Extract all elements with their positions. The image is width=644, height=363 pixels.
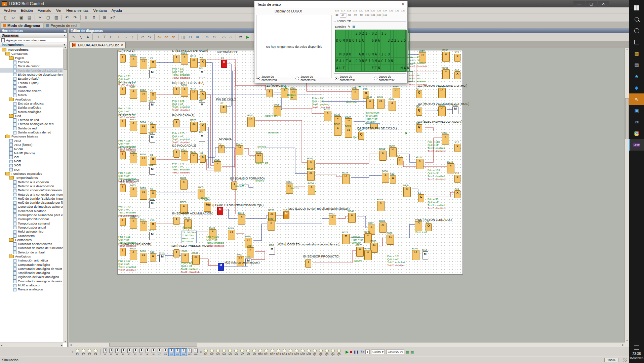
spotify-icon[interactable]: ∿ (629, 93, 644, 105)
tree-item-tecla-de-funcio-n-del-logo-td[interactable]: Tecla de función del LOGO! TD (0, 68, 67, 72)
tree-item-analo-gicos[interactable]: Analógicos (0, 254, 67, 258)
block-b016[interactable]: B016≥1 (140, 156, 147, 166)
parameter-note[interactable]: Prio = 109Quit = offText1: enabledText2:… (428, 169, 445, 181)
tree-item-temporizador-semanal[interactable]: Temporizador semanal (0, 221, 67, 225)
block-b029[interactable]: B029≥1 (342, 174, 350, 184)
block[interactable]: I (120, 248, 126, 256)
block-number-cell[interactable]: 48 (346, 13, 352, 17)
block-x14[interactable]: X14X (454, 71, 460, 79)
block-b053[interactable]: B053≥1 (140, 190, 147, 200)
parameter-note[interactable]: Prio = 118Quit = offText1: enabledText2:… (118, 139, 136, 151)
block[interactable]: I (120, 54, 126, 63)
block-number-cell[interactable]: 126 (394, 9, 400, 13)
block-number-cell[interactable]: 116 (334, 9, 340, 13)
convert-button[interactable]: ⇄ (237, 34, 244, 40)
block-number-cell[interactable]: 118 (346, 9, 352, 13)
diagram-label[interactable]: Q4 (PISTÓN FIN DE CICLO.) (357, 127, 397, 130)
parameter-note[interactable]: Prio = 126Quit = offText1: enabledText2:… (172, 99, 190, 112)
tree-item-interruptor-bifuncional[interactable]: Interruptor bifuncional (0, 217, 67, 221)
parameter-note[interactable]: Prio = 123Quit = offText1: enabledText2:… (118, 205, 136, 217)
maximize-button[interactable]: ▢ (586, 1, 597, 7)
menu-ayuda[interactable]: Ayuda (109, 8, 124, 12)
block-b004[interactable]: B004& (181, 54, 188, 65)
constants-button[interactable]: Co (156, 34, 163, 40)
zoom-out-button[interactable]: ⊖ (211, 34, 217, 40)
sim-input-i7[interactable]: I7 (138, 349, 144, 356)
tree-item-or[interactable]: OR (0, 155, 67, 159)
tree-item-rampa-analo-gica[interactable]: Rampa analógica (0, 287, 67, 291)
block-b011[interactable]: B011& (130, 89, 137, 99)
block-b043[interactable]: B043≥1 (307, 171, 315, 181)
cut-button[interactable]: ✂ (36, 14, 44, 21)
parameter-note[interactable]: B076/4 (257, 145, 266, 148)
block-b072[interactable]: B072& (447, 163, 454, 173)
block-number-cell[interactable]: 119 (352, 9, 358, 13)
diagram-label[interactable]: I16 (FALLO PRESIÓN AGUA) (171, 244, 212, 247)
block-number-cell[interactable]: 121 (364, 9, 370, 13)
block-b010[interactable]: B010≥1 (140, 59, 147, 69)
tree-item-salida-analo-gica-de-red[interactable]: Salida analógica de red (0, 130, 67, 134)
block-b085[interactable]: B085≥1 (377, 99, 385, 109)
dropbox-icon[interactable]: ◆ (629, 82, 644, 93)
tree-hscrollbar[interactable]: ◀▶ (0, 342, 63, 347)
file-explorer-icon[interactable]: ▨ (629, 48, 644, 59)
block-m3[interactable]: M3M (149, 134, 155, 143)
tree-item-comparador-analo-gico[interactable]: Comparador analógico (0, 263, 67, 267)
block-b019[interactable]: B019≥1 (190, 90, 198, 100)
radio-charset-4[interactable]: Juego de caracteres2 (374, 75, 406, 82)
block-f3[interactable]: F3F (218, 145, 225, 153)
sim-input-i1[interactable]: I1 (102, 349, 108, 356)
parameter-note[interactable]: B031/4 (201, 196, 209, 199)
tree-item-generador-de-impulsos-asi-ncrono[interactable]: Generador de impulsos asíncrono (0, 205, 67, 209)
block-b005[interactable]: B005& (180, 179, 188, 190)
block[interactable]: I (173, 217, 179, 225)
block-b058[interactable]: B058& (442, 52, 450, 62)
close-icon[interactable]: ✕ (401, 2, 405, 7)
redo-button[interactable]: ↷ (71, 14, 79, 21)
tree-item-marca[interactable]: Marca (0, 93, 67, 97)
select-tool[interactable]: ↖ (70, 34, 77, 40)
parameter-note[interactable]: Rem = off (256, 161, 268, 164)
tree-item-mux-analo-gico[interactable]: MUX analógico (0, 283, 67, 287)
sim-input-i2[interactable]: I2 (108, 349, 114, 356)
redo-button[interactable]: ↷ (146, 34, 153, 40)
block[interactable]: I (173, 87, 179, 95)
block-b018[interactable]: B018≥1 (190, 58, 198, 68)
parameter-note[interactable]: Prio = 49Quit = offText1: enabledText2: … (312, 97, 330, 109)
block-b025[interactable]: B025≥1 (247, 117, 255, 127)
download-to-logo-button[interactable]: ⇓ (82, 14, 90, 21)
block-b020[interactable]: B020≥1 (190, 122, 198, 132)
block[interactable]: I (120, 119, 126, 127)
tree-item-tecla-de-cursor[interactable]: Tecla de cursor (0, 64, 67, 68)
align-bottom-button[interactable]: ⊥ (115, 34, 122, 40)
parameter-note[interactable]: Prio = 120Quit = offText1: enabledText2:… (118, 171, 136, 184)
tree-scrollbar[interactable]: ▲ ▼ (63, 46, 67, 343)
basic-functions-button[interactable]: GF (163, 34, 170, 40)
tab-proyecto-de-red[interactable]: Proyecto de red (44, 23, 80, 28)
block-b080[interactable]: B080≥1 (387, 235, 394, 245)
block-number-cell[interactable]: 123 (376, 9, 382, 13)
sim-marker-m4[interactable]: M4 (221, 349, 227, 355)
page-layout-button[interactable]: ▭ (220, 34, 227, 40)
message-list[interactable]: No hay ningún texto de aviso disponible (256, 15, 332, 78)
edge-icon[interactable]: e (629, 71, 644, 82)
open-file-button[interactable]: ▱ (9, 14, 17, 21)
data-table-icon[interactable]: ▦ (406, 350, 409, 354)
block-b061[interactable]: B061& (442, 69, 450, 79)
sim-marker-m5[interactable]: M5 (227, 349, 233, 355)
block-b065[interactable]: B065≥1 (228, 230, 235, 240)
sim-marker-m7[interactable]: M7 (239, 349, 245, 355)
tree-item-entrada-analo-gica-de-red[interactable]: Entrada analógica de red (0, 122, 67, 126)
block-number-cell[interactable]: 30 (334, 13, 340, 17)
block-f4[interactable]: F4F (397, 157, 403, 165)
block-b062[interactable]: B062& (329, 215, 336, 225)
grid-button[interactable]: ⊞ (194, 34, 201, 40)
sim-marker-m6[interactable]: M6 (233, 349, 239, 355)
sim-input-i9[interactable]: I9 (151, 349, 156, 356)
block-x15[interactable]: X15X (454, 54, 460, 62)
menu-formato[interactable]: Formato (35, 8, 54, 12)
tree-item-bit-de-registro-de-desplazamiento[interactable]: Bit de registro de desplazamiento (0, 73, 67, 77)
tree-item-red[interactable]: Red (0, 114, 67, 118)
sim-marker-m11[interactable]: M11 (264, 349, 269, 355)
print-button[interactable]: ▤ (26, 14, 33, 21)
